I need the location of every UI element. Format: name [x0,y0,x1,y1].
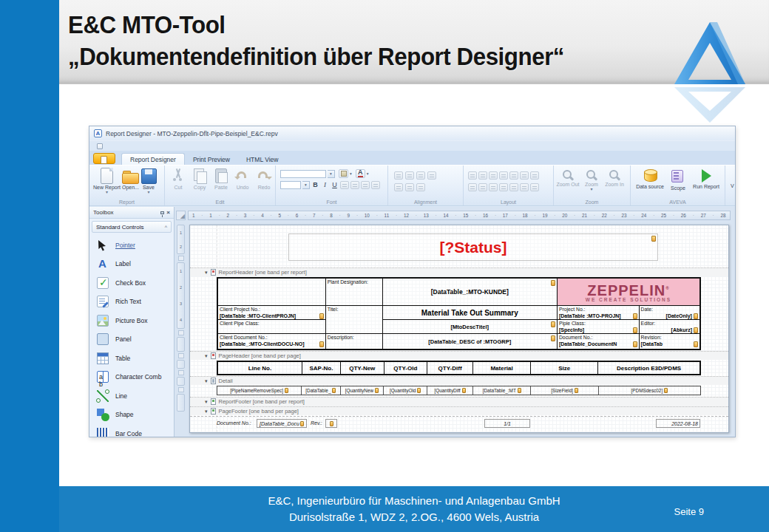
report-header-table[interactable]: Plant Designation: [DataTable_:MTO-KUNDE… [217,277,701,350]
collapse-arrow-icon[interactable]: ▾ [205,353,208,358]
header-cell-mto-desc[interactable]: [MtoDescTitel] [383,320,558,334]
toolbox-item-character-comb[interactable]: Character Comb [89,368,174,387]
zeppelin-logo[interactable]: ZEPPELIN® WE CREATE SOLUTIONS [558,279,699,306]
layout-icon[interactable] [530,183,539,191]
header-cell-project-no[interactable]: Project No.: [DataTable :MTO-PROJN] [558,306,640,320]
detail-field[interactable]: [SizeField] [531,386,598,395]
align-justify-icon[interactable] [371,181,380,189]
column-header[interactable]: Material [473,362,531,374]
save-button[interactable]: Save ▾ [140,168,157,194]
column-header[interactable]: Size [531,362,598,374]
toolbox-item-rich-text[interactable]: Rich Text [89,293,174,312]
smart-tag-icon[interactable] [285,388,288,393]
toolbox-item-picture-box[interactable]: Picture Box [89,311,174,330]
smart-tag-icon[interactable] [332,388,336,393]
tab-print-preview[interactable]: Print Preview [185,154,238,165]
align-right-icon[interactable] [361,181,370,189]
header-cell-client-pipe-class[interactable]: Client Pipe Class: [218,320,326,334]
quick-access-toolbar[interactable] [89,141,735,151]
band-page-footer[interactable]: ▾ PageFooter [one band per page] [190,406,728,415]
alignment-icon[interactable] [405,171,414,180]
smart-tag-icon[interactable] [417,388,421,393]
font-size-combobox[interactable] [280,181,301,189]
zoom-out-button[interactable]: Zoom Out [556,169,580,188]
detail-field[interactable]: [PDMSdesc02] [599,386,700,395]
alignment-icon[interactable] [416,183,425,191]
paste-button[interactable]: Paste [211,168,231,191]
open-button[interactable]: Open... [122,168,139,191]
toolbox-item-pointer[interactable]: Pointer [89,236,174,255]
band-detail[interactable]: ▾ Detail [190,376,728,385]
undo-button[interactable]: Undo [232,168,253,191]
scope-button[interactable]: Scope [667,168,689,191]
band-report-footer[interactable]: ▾ ReportFooter [one band per report] [190,397,728,406]
font-name-combobox[interactable] [280,170,326,178]
font-color-button[interactable]: A [356,169,365,178]
header-cell-client-doc[interactable]: Client Document No.: [DataTable_:MTO-Cli… [218,334,326,349]
header-cell-date[interactable]: Date: [DateOnly] [640,306,699,320]
layout-icon[interactable] [489,171,498,180]
alignment-icon[interactable] [394,183,403,191]
column-header[interactable]: SAP-No. [302,362,341,374]
report-design-surface[interactable]: [?Status] ▾ ReportHeader [one band per r… [189,225,729,433]
quick-access-icon[interactable] [97,143,103,149]
column-header[interactable]: Description E3D/PDMS [598,362,699,374]
toolbox-item-panel[interactable]: Panel [89,330,174,349]
zoom-in-button[interactable]: Zoom In [603,169,626,188]
smart-tag-icon[interactable] [375,388,379,393]
column-header-row[interactable]: Line No. SAP-No. QTY-New QTY-Old QTY-Dif… [217,361,701,375]
collapse-arrow-icon[interactable]: ▾ [205,409,208,414]
header-cell-titel-value[interactable]: Material Take Out Summary [383,306,558,320]
header-cell-document-no[interactable]: Document No.: [DataTable_DocumentN [558,334,640,349]
align-center-icon[interactable] [350,181,359,189]
align-left-icon[interactable] [340,181,349,189]
italic-button[interactable]: I [321,180,329,189]
detail-row[interactable]: [PipeNameRemoveSpec] [DataTable_ [Quanti… [217,386,701,395]
layout-icon[interactable] [468,183,477,191]
collapse-arrow-icon[interactable]: ▾ [205,399,208,404]
smart-tag-icon[interactable] [694,341,698,347]
toolbox-item-bar-code[interactable]: Bar Code [89,424,174,437]
bold-button[interactable]: B [311,180,319,189]
alignment-icon[interactable] [394,171,403,180]
smart-tag-icon[interactable] [319,341,324,347]
smart-tag-icon[interactable] [518,388,521,393]
vertical-ruler[interactable]: 121234 [176,225,186,433]
horizontal-ruler[interactable]: 1·1·2·3·4·5·6·7·8·9·10·11·12·13·14·15·16… [188,211,731,220]
header-cell-titel-label[interactable]: Titel: [326,306,383,334]
application-menu-button[interactable] [93,153,115,164]
toolbox-item-table[interactable]: Table [89,349,174,368]
band-report-header[interactable]: ▾ ReportHeader [one band per report] [190,267,728,276]
toolbox-item-shape[interactable]: Shape [89,406,174,425]
detail-field[interactable]: [DataTable_:MT [473,386,531,395]
toolbox-item-check-box[interactable]: Check Box [89,273,174,293]
copy-button[interactable]: Copy [189,168,210,191]
chevron-down-icon[interactable]: ▾ [328,170,335,178]
smart-tag-icon[interactable] [330,421,333,426]
toolbox-item-label[interactable]: Label [89,255,174,274]
chevron-down-icon[interactable]: ▾ [350,171,352,176]
column-header[interactable]: QTY-Old [384,362,428,374]
layout-icon[interactable] [499,183,508,191]
header-cell-client-project[interactable]: Client Project No.: [DataTable :MTO-Clie… [218,306,326,320]
toolbox-section-standard-controls[interactable]: Standard Controls ^ [92,221,172,233]
layout-icon[interactable] [520,171,529,180]
run-report-button[interactable]: Run Report [691,168,722,190]
header-cell-description-label[interactable]: Description: [326,334,383,349]
detail-field[interactable]: [QuantityNew [341,386,384,395]
smart-tag-icon[interactable] [551,321,555,327]
tab-html-view[interactable]: HTML View [238,154,286,165]
ribbon-clipped-button[interactable]: V [725,166,734,205]
layout-icon[interactable] [478,183,487,191]
close-icon[interactable]: × [166,210,170,216]
header-cell-plant-value[interactable]: [DataTable_:MTO-KUNDE] [383,279,558,306]
header-cell-pipe-class[interactable]: Pipie Class: [SpecInfo] [558,320,640,334]
detail-field[interactable]: [QuantityOld [384,386,427,395]
header-cell-plant-label[interactable]: Plant Designation: [326,279,383,306]
alignment-icon[interactable] [405,183,414,191]
band-page-header[interactable]: ▾ PageHeader [one band per page] [190,351,728,360]
background-color-button[interactable] [339,169,348,178]
smart-tag-icon[interactable] [462,388,466,393]
cut-button[interactable]: Cut [168,168,189,191]
smart-tag-icon[interactable] [664,388,668,393]
